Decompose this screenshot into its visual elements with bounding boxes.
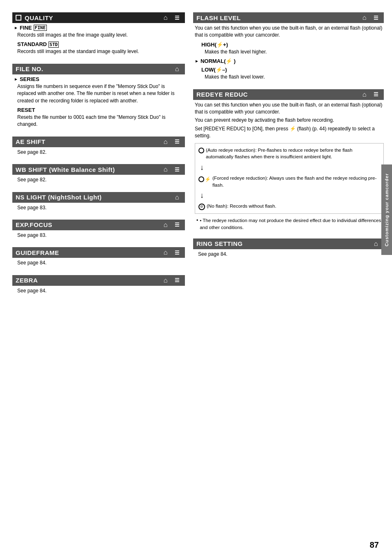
note-bullet: • <box>196 217 198 231</box>
fine-item-title: ► FINE FINE <box>14 25 185 31</box>
zebra-desc: See page 84. <box>14 287 185 294</box>
exp-focus-title: EXP.FOCUS <box>16 221 52 228</box>
fine-desc: Records still images at the fine image q… <box>14 32 185 39</box>
guideframe-content: See page 84. <box>12 258 185 271</box>
ns-light-title: NS LIGHT (NightShot Light) <box>16 194 102 201</box>
ae-shift-menu-icon: ☰ <box>173 138 182 146</box>
arrow-down-1: ↓ <box>198 162 380 173</box>
wb-shift-header: WB SHIFT (White Balance Shift) ⌂ ☰ <box>12 164 185 175</box>
ring-setting-content: See page 84. <box>193 249 384 262</box>
redeye-content: You can set this function when you use t… <box>193 100 384 234</box>
wb-shift-title: WB SHIFT (White Balance Shift) <box>16 166 115 173</box>
ns-light-section: NS LIGHT (NightShot Light) ⌂ See page 83… <box>12 192 185 215</box>
ns-light-desc: See page 83. <box>14 204 185 211</box>
guideframe-menu-icon: ☰ <box>173 249 182 256</box>
exp-focus-home-icon: ⌂ <box>161 221 170 229</box>
ring-setting-title: RING SETTING <box>196 240 243 247</box>
normal-item-title: ► NORMAL(⚡ ) <box>195 58 384 64</box>
high-item-title: HIGH(⚡+) <box>195 42 384 48</box>
guideframe-desc: See page 84. <box>14 259 185 266</box>
ae-shift-header: AE SHIFT ⌂ ☰ <box>12 137 185 147</box>
exp-focus-content: See page 83. <box>12 230 185 243</box>
low-desc: Makes the flash level lower. <box>195 74 384 81</box>
wb-shift-section: WB SHIFT (White Balance Shift) ⌂ ☰ See p… <box>12 164 185 188</box>
redeye-noflash-icon: ⊘ <box>198 204 205 210</box>
wb-shift-menu-icon: ☰ <box>173 166 182 173</box>
redeye-forced-icon: ⚡ <box>198 176 211 183</box>
normal-marker: ► <box>195 59 199 63</box>
redeye-desc2: You can prevent redeye by activating the… <box>195 117 384 124</box>
sidebar-tab-label: Customizing your camcorder <box>384 173 389 246</box>
redeye-options-box: (Auto redeye reduction): Pre-flashes to … <box>195 143 384 214</box>
ns-light-content: See page 83. <box>12 203 185 215</box>
ae-shift-title: AE SHIFT <box>16 138 45 145</box>
ring-setting-section: RING SETTING ⌂ See page 84. <box>193 238 384 262</box>
redeye-item2-desc: (Forced redeye reduction): Always uses t… <box>212 175 380 188</box>
flash-level-menu-icon: ☰ <box>371 14 380 21</box>
redeye-item3: ⊘ (No flash): Records without flash. <box>198 203 380 210</box>
ae-shift-desc: See page 82. <box>14 149 185 156</box>
redeye-note-text: • The redeye reduction may not produce t… <box>200 217 384 231</box>
high-desc: Makes the flash level higher. <box>195 49 384 56</box>
ae-shift-section: AE SHIFT ⌂ ☰ See page 82. <box>12 137 185 160</box>
redeye-item3-desc: (No flash): Records without flash. <box>207 203 276 210</box>
redeye-item1: (Auto redeye reduction): Pre-flashes to … <box>198 147 380 160</box>
quality-section: QUALITY ⌂ ☰ ► FINE FINE Records still im… <box>12 12 185 60</box>
redeye-home-icon: ⌂ <box>360 91 369 98</box>
guideframe-home-icon: ⌂ <box>161 249 170 256</box>
left-column: QUALITY ⌂ ☰ ► FINE FINE Records still im… <box>12 12 185 546</box>
wb-shift-content: See page 82. <box>12 175 185 188</box>
zebra-menu-icon: ☰ <box>173 277 182 284</box>
ring-setting-header: RING SETTING ⌂ <box>193 238 384 249</box>
ns-light-home-icon: ⌂ <box>173 194 182 201</box>
quality-home-icon: ⌂ <box>161 14 170 21</box>
flash-level-title: FLASH LEVEL <box>196 14 241 21</box>
series-marker: ► <box>14 77 18 81</box>
exp-focus-header: EXP.FOCUS ⌂ ☰ <box>12 220 185 230</box>
series-item-title: ► SERIES <box>14 76 185 82</box>
exp-focus-menu-icon: ☰ <box>173 221 182 229</box>
file-no-section: FILE NO. ⌂ ► SERIES Assigns file numbers… <box>12 64 185 132</box>
fine-sub: FINE <box>34 25 47 31</box>
redeye-desc3: Set [REDEYE REDUC] to [ON], then press ⚡… <box>195 125 384 140</box>
ae-shift-content: See page 82. <box>12 147 185 160</box>
guideframe-section: GUIDEFRAME ⌂ ☰ See page 84. <box>12 247 185 271</box>
flash-level-content: You can set this function when you use t… <box>193 23 384 85</box>
zebra-home-icon: ⌂ <box>161 277 170 284</box>
file-no-title: FILE NO. <box>16 65 43 72</box>
redeye-intro: You can set this function when you use t… <box>195 102 384 116</box>
guideframe-title: GUIDEFRAME <box>16 249 59 256</box>
file-no-home-icon: ⌂ <box>173 65 182 73</box>
flash-level-intro: You can set this function when you use t… <box>195 25 384 39</box>
ae-shift-home-icon: ⌂ <box>161 138 170 146</box>
redeye-section: REDEYE REDUC ⌂ ☰ You can set this functi… <box>193 89 384 234</box>
sidebar-tab: Customizing your camcorder <box>381 164 392 255</box>
arrow-down-2: ↓ <box>198 190 380 201</box>
redeye-circle-icon <box>198 148 204 153</box>
redeye-item2: ⚡ (Forced redeye reduction): Always uses… <box>198 175 380 188</box>
series-desc: Assigns file numbers in sequence even if… <box>14 83 185 104</box>
redeye-title: REDEYE REDUC <box>196 91 248 98</box>
flash-level-home-icon: ⌂ <box>360 14 369 21</box>
reset-item-title: RESET <box>14 107 185 113</box>
zebra-title: ZEBRA <box>16 277 38 284</box>
ns-light-header: NS LIGHT (NightShot Light) ⌂ <box>12 192 185 203</box>
ring-setting-desc: See page 84. <box>195 251 384 258</box>
redeye-menu-icon: ☰ <box>371 91 380 98</box>
fine-marker: ► <box>14 25 18 30</box>
standard-sub: STD <box>48 42 59 48</box>
exp-focus-desc: See page 83. <box>14 232 185 239</box>
zebra-content: See page 84. <box>12 286 185 299</box>
quality-square-icon <box>16 15 21 21</box>
redeye-item1-desc: (Auto redeye reduction): Pre-flashes to … <box>206 147 380 160</box>
ring-setting-home-icon: ⌂ <box>371 240 380 248</box>
reset-desc: Resets the file number to 0001 each time… <box>14 114 185 128</box>
right-column: FLASH LEVEL ⌂ ☰ You can set this functio… <box>193 12 384 546</box>
quality-header: QUALITY ⌂ ☰ <box>12 12 185 23</box>
flash-level-section: FLASH LEVEL ⌂ ☰ You can set this functio… <box>193 12 384 85</box>
guideframe-header: GUIDEFRAME ⌂ ☰ <box>12 247 185 258</box>
zebra-header: ZEBRA ⌂ ☰ <box>12 275 185 286</box>
wb-shift-home-icon: ⌂ <box>161 166 170 173</box>
page-number: 87 <box>370 540 379 550</box>
wb-shift-desc: See page 82. <box>14 176 185 183</box>
